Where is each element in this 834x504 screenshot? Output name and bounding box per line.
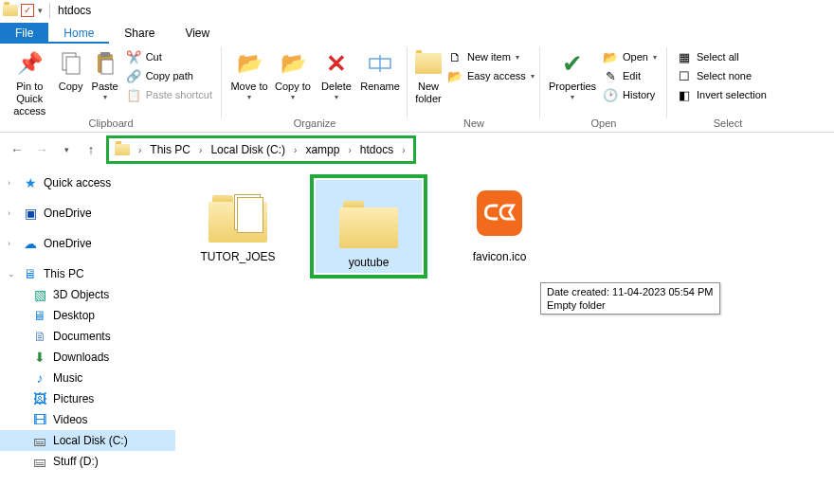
tab-share[interactable]: Share — [109, 23, 170, 44]
copy-path-button[interactable]: 🔗 Copy path — [122, 67, 216, 84]
sidebar-onedrive-2[interactable]: › ☁ OneDrive — [0, 233, 175, 254]
sidebar-music[interactable]: ♪ Music — [0, 368, 175, 388]
chevron-icon[interactable]: › — [291, 145, 299, 155]
onedrive-icon: ▣ — [23, 206, 38, 221]
tab-home[interactable]: Home — [48, 23, 109, 44]
ribbon-tabs: File Home Share View — [0, 21, 834, 44]
group-label-select: Select — [673, 117, 783, 131]
breadcrumb-xampp[interactable]: xampp — [301, 141, 343, 158]
chevron-icon[interactable]: › — [8, 239, 17, 248]
cloud-icon: ☁ — [23, 236, 38, 251]
properties-button[interactable]: ✔ Properties ▾ — [546, 45, 599, 101]
address-bar-highlight: › This PC › Local Disk (C:) › xampp › ht… — [106, 135, 416, 164]
up-button[interactable]: ↑ — [82, 140, 100, 159]
edit-icon: ✎ — [603, 68, 618, 83]
invert-selection-button[interactable]: ◧ Invert selection — [673, 86, 771, 103]
group-label-organize: Organize — [227, 117, 402, 131]
rename-button[interactable]: Rename — [358, 45, 402, 93]
sidebar-downloads[interactable]: ⬇ Downloads — [0, 347, 175, 368]
qat-checkbox[interactable]: ✓ — [21, 4, 34, 17]
sidebar-quick-access[interactable]: › ★ Quick access — [0, 172, 175, 193]
sidebar-stuff-d[interactable]: 🖴 Stuff (D:) — [0, 451, 175, 472]
chevron-icon[interactable]: › — [8, 178, 17, 188]
3d-icon: ▧ — [32, 287, 47, 302]
chevron-icon[interactable]: › — [196, 145, 205, 155]
delete-button[interactable]: ✕ Delete ▾ — [315, 45, 358, 101]
sidebar-this-pc[interactable]: ⌄ 🖥 This PC — [0, 263, 175, 284]
address-folder-icon — [115, 144, 130, 155]
pc-icon: 🖥 — [23, 266, 38, 281]
pictures-icon: 🖼 — [32, 391, 47, 406]
paste-button[interactable]: Paste ▾ — [88, 45, 122, 101]
item-youtube[interactable]: youtube — [316, 180, 422, 273]
select-all-button[interactable]: ▦ Select all — [673, 48, 771, 65]
chevron-icon[interactable]: › — [345, 145, 354, 155]
select-none-icon: ☐ — [677, 68, 692, 83]
select-none-button[interactable]: ☐ Select none — [673, 67, 771, 84]
quick-access-toolbar: ✓ ▾ htdocs — [0, 0, 91, 21]
videos-icon: 🎞 — [32, 412, 47, 427]
navigation-pane: › ★ Quick access › ▣ OneDrive › ☁ OneDri… — [0, 167, 175, 504]
open-icon: 📂 — [603, 49, 618, 64]
item-label: youtube — [349, 256, 390, 269]
delete-icon: ✕ — [321, 48, 352, 79]
paste-shortcut-button[interactable]: 📋 Paste shortcut — [122, 86, 216, 103]
info-tooltip: Date created: 11-04-2023 05:54 PM Empty … — [540, 282, 720, 315]
sidebar-pictures[interactable]: 🖼 Pictures — [0, 388, 175, 409]
copy-button[interactable]: Copy — [54, 45, 88, 93]
new-item-button[interactable]: 🗋 New item ▾ — [444, 48, 538, 65]
group-new: New folder 🗋 New item ▾ 📂 Easy access ▾ … — [408, 44, 540, 132]
item-tutor-joes[interactable]: TUTOR_JOES — [185, 174, 291, 267]
folder-icon — [203, 180, 273, 246]
tooltip-line: Empty folder — [547, 298, 714, 312]
item-favicon[interactable]: ᑕᗧ favicon.ico — [446, 174, 553, 267]
forward-button[interactable]: → — [32, 140, 51, 159]
breadcrumb-local-c[interactable]: Local Disk (C:) — [207, 141, 289, 158]
recent-locations-dropdown[interactable]: ▾ — [57, 140, 76, 159]
xampp-icon: ᑕᗧ — [464, 180, 535, 246]
sidebar-onedrive-1[interactable]: › ▣ OneDrive — [0, 203, 175, 224]
group-label-new: New — [413, 117, 535, 131]
sidebar-videos[interactable]: 🎞 Videos — [0, 409, 175, 430]
title-bar: ✓ ▾ htdocs — [0, 0, 834, 21]
documents-icon: 🗎 — [32, 329, 47, 344]
sidebar-local-disk-c[interactable]: 🖴 Local Disk (C:) — [0, 430, 175, 451]
cut-button[interactable]: ✂️ Cut — [122, 48, 216, 65]
main-area: › ★ Quick access › ▣ OneDrive › ☁ OneDri… — [0, 167, 834, 504]
breadcrumb-this-pc[interactable]: This PC — [146, 141, 194, 158]
new-folder-button[interactable]: New folder — [413, 45, 444, 105]
move-to-button[interactable]: 📂 Move to ▾ — [227, 45, 271, 101]
breadcrumb-htdocs[interactable]: htdocs — [356, 141, 397, 158]
folder-icon — [334, 186, 404, 252]
edit-button[interactable]: ✎ Edit — [599, 67, 661, 84]
chevron-down-icon[interactable]: ⌄ — [8, 269, 17, 279]
tab-file[interactable]: File — [0, 23, 48, 44]
pin-quick-access-button[interactable]: 📌 Pin to Quick access — [6, 45, 54, 117]
qat-dropdown[interactable]: ▾ — [34, 6, 45, 15]
copy-to-button[interactable]: 📂 Copy to ▾ — [271, 45, 315, 101]
group-open: ✔ Properties ▾ 📂 Open ▾ ✎ Edit 🕑 History — [540, 44, 667, 132]
history-button[interactable]: 🕑 History — [599, 86, 661, 103]
sidebar-3d-objects[interactable]: ▧ 3D Objects — [0, 284, 175, 305]
paste-shortcut-icon: 📋 — [126, 87, 141, 102]
window-title: htdocs — [54, 4, 91, 17]
folder-content[interactable]: TUTOR_JOES youtube ᑕᗧ favicon.ico Date c… — [175, 167, 834, 504]
navigation-bar: ← → ▾ ↑ › This PC › Local Disk (C:) › xa… — [0, 133, 834, 167]
chevron-icon[interactable]: › — [136, 145, 144, 155]
chevron-icon[interactable]: › — [8, 208, 17, 218]
sidebar-desktop[interactable]: 🖥 Desktop — [0, 305, 175, 326]
clipboard-small-actions: ✂️ Cut 🔗 Copy path 📋 Paste shortcut — [122, 45, 216, 103]
easy-access-button[interactable]: 📂 Easy access ▾ — [444, 67, 538, 84]
copy-icon — [56, 48, 86, 79]
group-label-open: Open — [546, 117, 662, 131]
back-button[interactable]: ← — [8, 140, 27, 159]
qat-folder-icon[interactable] — [0, 0, 21, 21]
star-icon: ★ — [23, 175, 38, 190]
group-select: ▦ Select all ☐ Select none ◧ Invert sele… — [667, 44, 789, 132]
open-button[interactable]: 📂 Open ▾ — [599, 48, 661, 65]
chevron-icon[interactable]: › — [399, 145, 408, 155]
tab-view[interactable]: View — [170, 23, 225, 44]
ribbon: 📌 Pin to Quick access Copy Paste ▾ ✂️ — [0, 44, 834, 133]
sidebar-documents[interactable]: 🗎 Documents — [0, 326, 175, 347]
tooltip-line: Date created: 11-04-2023 05:54 PM — [547, 285, 714, 298]
